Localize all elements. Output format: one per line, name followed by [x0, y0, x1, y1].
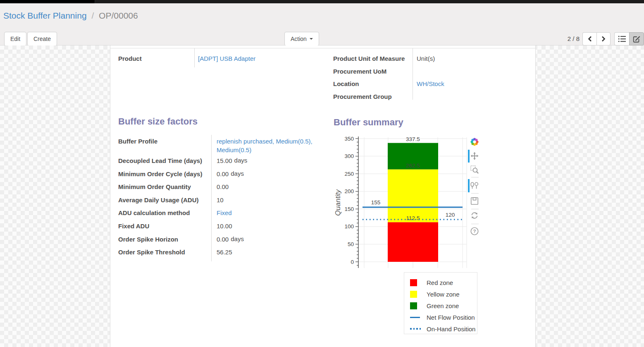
field-value-text: 10 [217, 196, 224, 203]
field-value-text[interactable]: WH/Stock [417, 80, 444, 87]
pager-next-button[interactable] [596, 32, 611, 45]
help-icon[interactable]: ? [470, 227, 480, 237]
modebar-divider [471, 193, 479, 194]
legend-label: Red zone [421, 279, 453, 286]
field-row-product: Product[ADPT] USB Adapter [118, 53, 317, 65]
chevron-right-icon [601, 36, 606, 42]
legend-label: Net Flow Position [421, 314, 475, 321]
field-value-buffer-profile: replenish purchased, Medium(0.5), Medium… [211, 137, 320, 154]
list-view-button[interactable] [614, 32, 629, 45]
field-label-order-spike-horizon: Order Spike Horizon [118, 235, 211, 244]
field-row-decoupled-lead-time-days: Decoupled Lead Time (days)15.00days [118, 154, 320, 168]
modebar-scroll-indicator [468, 179, 470, 192]
field-suffix: days [231, 235, 244, 242]
pager-count: 2 / 8 [559, 35, 580, 42]
breadcrumb-separator: / [91, 11, 94, 20]
field-value-text: 0.00 [217, 183, 229, 190]
field-value-location: WH/Stock [413, 79, 527, 88]
field-label-buffer-profile: Buffer Profile [118, 137, 211, 146]
sheet-top-divider [110, 48, 535, 48]
plotly-logo-icon[interactable] [470, 137, 480, 147]
field-suffix: days [234, 157, 248, 164]
field-value-minimum-order-cycle-days: 0.00days [211, 170, 320, 178]
form-view-button[interactable] [629, 32, 644, 45]
red-zone-swatch-icon [410, 279, 421, 286]
reset-axes-icon[interactable] [470, 211, 480, 221]
pan-icon[interactable] [470, 151, 480, 161]
field-row-buffer-profile: Buffer Profilereplenish purchased, Mediu… [118, 135, 320, 154]
svg-text:300: 300 [344, 153, 354, 159]
action-label: Action [291, 36, 307, 42]
svg-text:0: 0 [351, 259, 354, 265]
field-label-average-daily-usage-adu: Average Daily Usage (ADU) [118, 196, 211, 204]
field-row-order-spike-threshold: Order Spike Threshold56.25 [118, 246, 320, 259]
svg-text:150: 150 [344, 206, 354, 212]
buffer-size-factors-title: Buffer size factors [118, 116, 198, 127]
field-value-order-spike-threshold: 56.25 [211, 248, 320, 256]
legend-label: Green zone [421, 302, 459, 309]
breadcrumb: Stock Buffer Planning / OP/00006 [3, 11, 138, 21]
legend-item-red-zone[interactable]: Red zone [404, 277, 477, 288]
field-label-procurement-group: Procurement Group [333, 92, 413, 101]
compare-hover-icon[interactable] [470, 181, 480, 191]
modebar-divider [471, 209, 479, 209]
app-menu-bar [0, 0, 644, 3]
create-button[interactable]: Create [27, 32, 57, 46]
field-value-fixed-adu: 10.00 [211, 222, 320, 230]
field-label-product: Product [118, 54, 194, 63]
on-hand-position-swatch-icon [410, 328, 421, 330]
field-row-average-daily-usage-adu: Average Daily Usage (ADU)10 [118, 194, 320, 207]
svg-text:250: 250 [344, 171, 354, 177]
pager-previous-button[interactable] [582, 32, 596, 45]
field-value-order-spike-horizon: 0.00days [211, 235, 320, 244]
field-row-order-spike-horizon: Order Spike Horizon0.00days [118, 233, 320, 246]
field-value-text[interactable]: replenish purchased, Medium(0.5), Medium… [217, 138, 312, 153]
field-value-minimum-order-quantity: 0.00 [211, 182, 320, 191]
save-image-icon[interactable] [470, 196, 480, 206]
field-row-minimum-order-cycle-days: Minimum Order Cycle (days)0.00days [118, 168, 320, 181]
buffer-summary-chart[interactable]: 112.5262.5337.51551200501001502002503003… [331, 132, 480, 275]
box-zoom-icon[interactable] [470, 165, 480, 175]
field-row-adu-calculation-method: ADU calculation methodFixed [118, 206, 320, 220]
breadcrumb-parent-link[interactable]: Stock Buffer Planning [3, 11, 87, 20]
svg-text:?: ? [473, 229, 476, 234]
field-value-product-unit-of-measure: Unit(s) [413, 54, 527, 63]
field-label-minimum-order-cycle-days: Minimum Order Cycle (days) [118, 170, 211, 178]
modebar-divider [471, 177, 479, 177]
form-view-icon [632, 35, 641, 43]
form-view-background: Product[ADPT] USB Adapter Product Unit o… [0, 45, 644, 347]
field-value-text[interactable]: [ADPT] USB Adapter [198, 55, 255, 62]
net-flow-position-swatch-icon [410, 317, 421, 318]
svg-text:155: 155 [371, 199, 381, 206]
legend-item-net-flow-position[interactable]: Net Flow Position [404, 311, 477, 323]
control-panel: Stock Buffer Planning / OP/00006 Edit Cr… [0, 3, 644, 45]
pager [582, 32, 611, 45]
view-switcher [614, 32, 644, 45]
procurement-field-group: Product Unit of MeasureUnit(s)Procuremen… [333, 53, 527, 103]
field-value-text[interactable]: Fixed [217, 209, 232, 216]
product-field-group: Product[ADPT] USB Adapter [118, 53, 317, 65]
legend-label: On-Hand Position [421, 325, 475, 333]
app-menu-active-segment [0, 0, 95, 3]
yellow-zone-swatch-icon [410, 291, 421, 298]
modebar-divider [471, 224, 479, 224]
svg-text:100: 100 [344, 223, 354, 230]
svg-text:120: 120 [446, 212, 455, 218]
svg-text:337.5: 337.5 [406, 136, 420, 142]
legend-item-yellow-zone[interactable]: Yellow zone [404, 288, 477, 300]
field-value-text: 0.00 [217, 236, 229, 243]
field-row-minimum-order-quantity: Minimum Order Quantity0.00 [118, 180, 320, 194]
caret-down-icon [310, 38, 313, 40]
buffer-factors-field-group: Buffer Profilereplenish purchased, Mediu… [118, 135, 320, 259]
chevron-left-icon [587, 36, 592, 42]
legend-item-green-zone[interactable]: Green zone [404, 300, 477, 311]
edit-button[interactable]: Edit [4, 32, 26, 46]
svg-text:200: 200 [344, 188, 354, 194]
svg-text:Quantity: Quantity [334, 189, 342, 216]
field-label-product-unit-of-measure: Product Unit of Measure [333, 54, 413, 63]
legend-item-on-hand-position[interactable]: On-Hand Position [404, 323, 477, 335]
modebar-scroll-indicator [468, 150, 470, 163]
breadcrumb-current: OP/00006 [99, 11, 138, 20]
action-dropdown-button[interactable]: Action [284, 32, 319, 46]
svg-text:262.5: 262.5 [406, 163, 420, 169]
